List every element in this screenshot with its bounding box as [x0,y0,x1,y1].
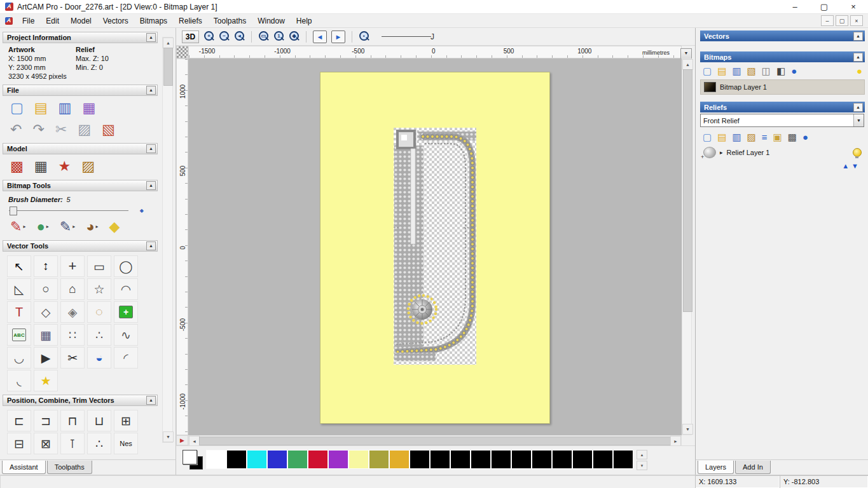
menu-bitmaps[interactable]: Bitmaps [134,15,173,27]
combine-weld-icon[interactable]: ⊟ [7,433,31,454]
minimize-button[interactable]: – [780,0,809,13]
scroll-down-icon[interactable]: ▼ [682,424,693,435]
palette-swatch[interactable] [430,450,450,469]
vector-doctor-icon[interactable]: ★ [34,370,58,391]
palette-scroll-up-icon[interactable]: ▲ [637,450,647,459]
palette-swatch[interactable] [348,450,369,469]
rectangle-tool-icon[interactable]: ▭ [87,255,111,277]
close-button[interactable]: × [839,0,868,13]
bitmap-visibility-bulb-icon[interactable]: ● [857,66,862,76]
zoom-out-icon[interactable]: − [219,31,230,42]
project-information-header[interactable]: Project Information ▲ [3,32,158,43]
palette-swatch[interactable] [572,450,593,469]
scrollbar-thumb[interactable] [683,69,692,312]
palette-swatch[interactable] [511,450,532,469]
palette-swatch[interactable] [593,450,613,469]
import-model-icon[interactable]: ▦ [82,101,95,115]
offset-vectors-icon[interactable]: ◈ [60,301,85,323]
slice-vectors-icon[interactable]: ⊺ [60,433,85,454]
colour-palette-icon[interactable]: ◕▸ [86,220,98,234]
new-model-icon[interactable]: ▢ [10,101,24,115]
palette-swatch[interactable] [328,450,348,469]
bitmap-layer-row[interactable]: Bitmap Layer 1 [700,79,865,95]
mdi-close-button[interactable]: × [850,15,863,26]
brush-diameter-slider[interactable]: ◆ [9,206,128,215]
palette-swatch[interactable] [267,450,287,469]
palette-swatch[interactable] [532,450,552,469]
undo-icon[interactable]: ↶ [10,123,22,137]
switch-3d-view-button[interactable]: 3D [182,30,199,43]
wrap-text-icon[interactable]: ABC [7,324,31,346]
palette-swatch[interactable] [471,450,491,469]
draw-tool-icon[interactable]: ✎▸ [60,220,75,234]
palette-swatch[interactable] [308,450,328,469]
relief-sphere-preview-icon[interactable]: ● [803,132,808,142]
select-vectors-icon[interactable]: ↖ [7,255,31,277]
star-tool-icon[interactable]: ☆ [87,278,111,300]
zoom-fit-icon[interactable]: ◆ [289,31,300,42]
dropdown-arrow-icon[interactable]: ▼ [853,114,864,126]
mdi-minimize-button[interactable]: – [821,15,834,26]
block-copy-icon[interactable]: ∷ [60,324,85,346]
new-relief-layer-icon[interactable]: ▢ [703,132,712,142]
units-dropdown-icon[interactable]: ▼ [680,48,692,59]
slider-thumb[interactable] [10,207,17,215]
pan-left-icon[interactable]: ◄ [313,30,327,43]
greyscale-layer-icon[interactable]: ◧ [776,66,785,76]
menu-window[interactable]: Window [252,15,291,27]
move-layer-up-icon[interactable]: ▲ [842,163,849,170]
model-lighting-icon[interactable]: ★ [59,159,71,173]
model-preview-icon[interactable]: ▦ [34,159,48,173]
menu-vectors[interactable]: Vectors [97,15,134,27]
palette-swatch[interactable] [206,450,226,469]
palette-swatch[interactable] [552,450,572,469]
ellipse-tool-icon[interactable]: ○ [34,278,58,300]
arc-tool-icon[interactable]: ◠ [114,278,138,300]
circle-tool-icon[interactable]: ◯ [114,255,138,277]
save-bitmap-layer-icon[interactable]: ▥ [732,66,741,76]
scrollbar-thumb[interactable] [199,437,671,445]
align-left-icon[interactable]: ⊏ [7,410,31,431]
align-top-icon[interactable]: ⊓ [60,410,85,431]
collapse-icon[interactable]: ▲ [853,103,863,112]
text-tool-icon[interactable]: T [7,301,31,323]
zoom-in-icon[interactable]: + [203,31,214,42]
reliefs-panel-header[interactable]: Reliefs ▲ [700,102,865,112]
save-model-icon[interactable]: ▥ [59,101,72,115]
file-section-header[interactable]: File ▲ [3,85,158,96]
fillet-tool-icon[interactable]: ◜ [114,347,138,369]
collapse-icon[interactable]: ▲ [146,181,156,190]
collapse-icon[interactable]: ▲ [146,86,156,95]
join-vectors-icon[interactable]: ▶ [34,347,58,369]
collapse-icon[interactable]: ▲ [853,53,863,62]
save-relief-layer-icon[interactable]: ▥ [732,132,741,142]
scatter-copies-icon[interactable]: ∴ [87,433,111,454]
nesting-icon[interactable]: Nes [114,433,138,454]
collapse-icon[interactable]: ▲ [146,241,156,250]
scrollbar-thumb[interactable] [163,48,173,86]
fit-curve-icon[interactable]: ∿ [114,324,138,346]
menu-edit[interactable]: Edit [40,15,65,27]
menu-help[interactable]: Help [291,15,318,27]
collapse-icon[interactable]: ▲ [146,396,156,405]
open-relief-layer-icon[interactable]: ▤ [717,132,726,142]
menu-toolpaths[interactable]: Toolpaths [208,15,252,27]
position-combine-trim-header[interactable]: Position, Combine, Trim Vectors ▲ [3,395,158,406]
tab-toolpaths[interactable]: Toolpaths [47,461,92,474]
zoom-previous-icon[interactable]: ◂ [234,31,245,42]
mdi-restore-button[interactable]: ▢ [836,15,848,26]
horizontal-scrollbar[interactable]: ◄ ► [188,435,682,445]
align-right-icon[interactable]: ⊐ [34,410,58,431]
collapse-icon[interactable]: ▲ [146,33,156,42]
tab-add-in[interactable]: Add In [735,461,771,474]
cut-icon[interactable]: ✂ [55,123,67,137]
menu-reliefs[interactable]: Reliefs [173,15,208,27]
expander-icon[interactable]: ▸ [720,149,723,156]
new-bitmap-layer-icon[interactable]: ▢ [703,66,712,76]
sphere-preview-icon[interactable]: ● [791,66,797,76]
zoom-1to1-icon[interactable]: 1 [273,31,284,42]
palette-swatch[interactable] [369,450,389,469]
fillet-arc-icon[interactable]: ◟ [7,370,31,391]
ruler-corner-icon[interactable] [176,46,188,58]
bitmaps-panel-header[interactable]: Bitmaps ▲ [700,51,865,62]
